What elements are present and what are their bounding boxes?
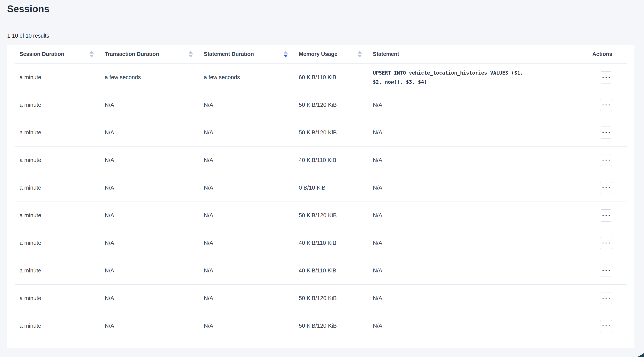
cell-statement: N/A — [373, 312, 574, 339]
cell-actions — [574, 64, 626, 91]
sort-desc-icon — [358, 55, 362, 57]
cell-statement-duration: N/A — [204, 257, 299, 284]
cell-session-duration: a minute — [15, 284, 105, 312]
sort-asc-icon — [358, 51, 362, 54]
cell-statement: N/A — [373, 146, 574, 174]
cell-memory-usage: 50 KiB/120 KiB — [299, 312, 373, 339]
cell-session-duration: a minute — [15, 312, 105, 339]
cell-transaction-duration: N/A — [105, 202, 204, 229]
cell-statement-duration: N/A — [204, 119, 299, 146]
session-actions-button[interactable] — [600, 71, 612, 84]
session-actions-button[interactable] — [600, 320, 612, 332]
column-label: Actions — [592, 51, 612, 57]
session-actions-button[interactable] — [600, 127, 612, 139]
cell-memory-usage: 50 KiB/120 KiB — [299, 119, 373, 146]
cell-statement: N/A — [373, 119, 574, 146]
sort-asc-icon — [188, 51, 193, 54]
results-count: 1-10 of 10 results — [7, 33, 49, 39]
column-header-statement-duration[interactable]: Statement Duration — [204, 45, 299, 64]
sort-asc-icon — [90, 51, 94, 54]
ellipsis-icon — [602, 132, 610, 133]
column-header-actions: Actions — [574, 45, 626, 64]
page-title: Sessions — [7, 4, 50, 14]
session-row: a minute N/A N/A 50 KiB/120 KiB N/A — [15, 91, 626, 119]
cell-transaction-duration: N/A — [105, 91, 204, 119]
session-actions-button[interactable] — [600, 99, 612, 111]
cell-statement-duration: a few seconds — [204, 64, 299, 91]
cell-transaction-duration: N/A — [105, 146, 204, 174]
cell-session-duration: a minute — [15, 202, 105, 229]
session-row: a minute N/A N/A 40 KiB/110 KiB N/A — [15, 146, 626, 174]
cell-actions — [574, 284, 626, 312]
cell-memory-usage: 50 KiB/120 KiB — [299, 91, 373, 119]
cell-statement: UPSERT INTO vehicle_location_histories V… — [373, 64, 574, 91]
cell-memory-usage: 0 B/10 KiB — [299, 174, 373, 202]
session-actions-button[interactable] — [600, 209, 612, 222]
cell-memory-usage: 50 KiB/120 KiB — [299, 284, 373, 312]
session-actions-button[interactable] — [600, 182, 612, 194]
sessions-table: Session Duration Transaction Duration St… — [15, 45, 626, 340]
column-label: Transaction Duration — [105, 51, 159, 57]
column-header-session-duration[interactable]: Session Duration — [15, 45, 105, 64]
column-header-statement: Statement — [373, 45, 574, 64]
sort-arrows-icon[interactable] — [358, 51, 362, 57]
cell-statement-duration: N/A — [204, 229, 299, 257]
sort-desc-icon-active — [284, 55, 288, 57]
session-row: a minute N/A N/A 40 KiB/110 KiB N/A — [15, 229, 626, 257]
column-label: Session Duration — [20, 51, 64, 57]
cell-actions — [574, 146, 626, 174]
ellipsis-icon — [602, 298, 610, 299]
session-row: a minute N/A N/A 40 KiB/110 KiB N/A — [15, 257, 626, 284]
table-header-row: Session Duration Transaction Duration St… — [15, 45, 626, 64]
sort-arrows-icon[interactable] — [188, 51, 193, 57]
ellipsis-icon — [602, 215, 610, 216]
cell-memory-usage: 40 KiB/110 KiB — [299, 257, 373, 284]
column-label: Statement — [373, 51, 399, 57]
cell-statement: N/A — [373, 202, 574, 229]
sort-arrows-icon-active[interactable] — [284, 51, 288, 57]
cell-statement-duration: N/A — [204, 146, 299, 174]
session-row: a minute a few seconds a few seconds 60 … — [15, 64, 626, 91]
cell-transaction-duration: N/A — [105, 257, 204, 284]
session-actions-button[interactable] — [600, 292, 612, 304]
cell-statement: N/A — [373, 229, 574, 257]
cell-statement-duration: N/A — [204, 284, 299, 312]
cell-actions — [574, 229, 626, 257]
column-header-memory-usage[interactable]: Memory Usage — [299, 45, 373, 64]
cell-session-duration: a minute — [15, 64, 105, 91]
session-row: a minute N/A N/A 50 KiB/120 KiB N/A — [15, 119, 626, 146]
session-actions-button[interactable] — [600, 265, 612, 277]
cell-actions — [574, 174, 626, 202]
window-resize-corner — [638, 353, 644, 357]
cell-transaction-duration: N/A — [105, 312, 204, 339]
column-label: Statement Duration — [204, 51, 254, 57]
cell-statement: N/A — [373, 257, 574, 284]
cell-session-duration: a minute — [15, 229, 105, 257]
session-row: a minute N/A N/A 0 B/10 KiB N/A — [15, 174, 626, 202]
session-row: a minute N/A N/A 50 KiB/120 KiB N/A — [15, 284, 626, 312]
cell-actions — [574, 119, 626, 146]
cell-transaction-duration: N/A — [105, 174, 204, 202]
session-row: a minute N/A N/A 50 KiB/120 KiB N/A — [15, 312, 626, 339]
session-actions-button[interactable] — [600, 237, 612, 249]
cell-memory-usage: 60 KiB/110 KiB — [299, 64, 373, 91]
cell-session-duration: a minute — [15, 174, 105, 202]
sort-arrows-icon[interactable] — [90, 51, 94, 57]
sort-desc-icon — [188, 55, 193, 57]
ellipsis-icon — [602, 160, 610, 161]
column-label: Memory Usage — [299, 51, 338, 57]
cell-memory-usage: 40 KiB/110 KiB — [299, 146, 373, 174]
ellipsis-icon — [602, 187, 610, 188]
ellipsis-icon — [602, 325, 610, 326]
cell-actions — [574, 312, 626, 339]
cell-transaction-duration: N/A — [105, 229, 204, 257]
session-actions-button[interactable] — [600, 154, 612, 166]
cell-actions — [574, 91, 626, 119]
cell-actions — [574, 202, 626, 229]
column-header-transaction-duration[interactable]: Transaction Duration — [105, 45, 204, 64]
cell-statement: N/A — [373, 284, 574, 312]
cell-memory-usage: 40 KiB/110 KiB — [299, 229, 373, 257]
ellipsis-icon — [602, 104, 610, 105]
ellipsis-icon — [602, 270, 610, 271]
cell-statement: N/A — [373, 174, 574, 202]
